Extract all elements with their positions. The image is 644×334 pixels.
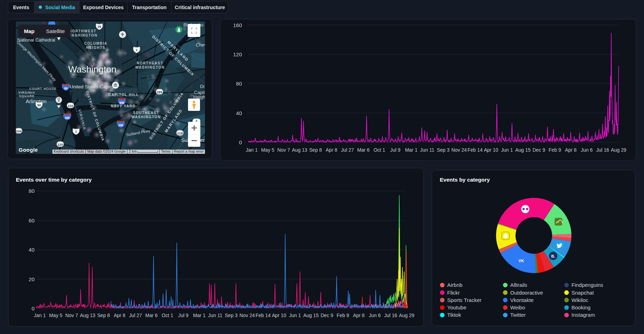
svg-text:160: 160 [233, 22, 242, 28]
svg-text:Aug 29: Aug 29 [611, 147, 626, 153]
svg-text:Di: Di [200, 84, 204, 89]
svg-text:Apr 8: Apr 8 [114, 313, 125, 318]
svg-text:Aug 15: Aug 15 [303, 313, 319, 318]
svg-text:Apr 10: Apr 10 [272, 313, 286, 318]
svg-text:Flickr: Flickr [447, 290, 460, 296]
svg-text:Instagram: Instagram [571, 312, 595, 318]
svg-text:SOUTHEAST: SOUTHEAST [133, 111, 159, 115]
svg-text:Dec 9: Dec 9 [320, 313, 333, 318]
svg-text:COURT HOUSE: COURT HOUSE [29, 87, 57, 90]
svg-text:Apr 10: Apr 10 [484, 147, 498, 153]
svg-text:WASHINGTON: WASHINGTON [135, 65, 165, 69]
svg-text:Feb 14: Feb 14 [256, 313, 271, 318]
svg-text:Feb 14: Feb 14 [468, 147, 483, 153]
svg-text:VK: VK [519, 259, 524, 263]
svg-text:110: 110 [68, 104, 73, 108]
svg-text:Aug 29: Aug 29 [399, 313, 414, 318]
svg-text:Sep 3: Sep 3 [437, 147, 450, 153]
svg-text:United States Capitol: United States Capitol [70, 84, 114, 89]
svg-text:Oct 1: Oct 1 [374, 147, 385, 153]
svg-text:1: 1 [136, 48, 137, 52]
svg-text:Aug 15: Aug 15 [515, 147, 531, 153]
svg-text:NORTHWEST: NORTHWEST [69, 29, 96, 33]
svg-text:Mar 1: Mar 1 [405, 147, 417, 153]
svg-text:29: 29 [98, 25, 101, 29]
svg-text:Apr 8: Apr 8 [565, 147, 577, 153]
svg-text:66: 66 [64, 87, 68, 90]
svg-text:Outdooractive: Outdooractive [510, 290, 543, 296]
svg-text:Snapchat: Snapchat [571, 290, 594, 296]
svg-text:Tiktok: Tiktok [447, 312, 461, 318]
svg-text:Youtube: Youtube [447, 304, 467, 310]
svg-text:Jan 1: Jan 1 [34, 313, 46, 318]
svg-text:1: 1 [75, 130, 77, 133]
svg-text:Jul 9: Jul 9 [178, 313, 188, 318]
svg-text:Cheve: Cheve [196, 42, 205, 48]
svg-text:Vkontakte: Vkontakte [510, 297, 534, 303]
svg-text:WASHINGTON: WASHINGTON [68, 33, 98, 37]
svg-text:Mar 6: Mar 6 [145, 313, 158, 318]
svg-text:Mar 6: Mar 6 [357, 147, 370, 153]
svg-text:May 5: May 5 [49, 313, 63, 318]
svg-text:Jun 1: Jun 1 [501, 147, 513, 153]
svg-text:244: 244 [16, 129, 22, 133]
svg-text:Feb 9: Feb 9 [337, 313, 349, 318]
svg-text:Apr 8: Apr 8 [353, 313, 365, 318]
svg-text:20: 20 [29, 276, 35, 282]
svg-text:Jul 9: Jul 9 [390, 147, 400, 153]
svg-text:Sep 8: Sep 8 [309, 147, 322, 153]
svg-text:Jul 27: Jul 27 [129, 313, 142, 318]
svg-text:Oct 1: Oct 1 [162, 313, 173, 318]
svg-text:295: 295 [118, 124, 123, 127]
svg-text:Jul 27: Jul 27 [341, 147, 354, 153]
svg-text:Jul 16: Jul 16 [596, 147, 609, 153]
svg-text:80: 80 [29, 188, 35, 194]
svg-text:295: 295 [157, 90, 163, 94]
svg-text:Jul 16: Jul 16 [384, 313, 397, 318]
svg-text:National Cathedral: National Cathedral [17, 37, 55, 43]
svg-text:60: 60 [29, 218, 35, 223]
svg-text:Dec 9: Dec 9 [532, 147, 545, 153]
svg-text:Nov 7: Nov 7 [65, 313, 78, 318]
svg-text:Nov 24: Nov 24 [239, 313, 255, 318]
svg-text:Jun 6: Jun 6 [369, 313, 381, 318]
svg-text:Washington: Washington [68, 64, 116, 75]
svg-text:May 5: May 5 [261, 147, 275, 153]
svg-text:395: 395 [65, 116, 70, 120]
svg-text:Nov 7: Nov 7 [277, 147, 290, 153]
svg-text:Jun 1: Jun 1 [289, 313, 301, 318]
svg-text:Aug 13: Aug 13 [292, 147, 307, 153]
svg-text:40: 40 [236, 110, 242, 116]
svg-text:Alltrails: Alltrails [510, 282, 527, 288]
svg-text:Jun 6: Jun 6 [581, 147, 593, 153]
svg-text:Twitter: Twitter [510, 312, 526, 318]
svg-text:Airbnb: Airbnb [447, 282, 462, 288]
svg-text:B.: B. [551, 254, 555, 258]
svg-text:0: 0 [239, 139, 242, 145]
svg-text:Feb 9: Feb 9 [549, 147, 561, 153]
svg-text:SQUARE: SQUARE [19, 94, 35, 98]
svg-text:Sports Tracker: Sports Tracker [447, 297, 482, 303]
svg-text:120: 120 [233, 51, 242, 57]
svg-text:Jun 11: Jun 11 [208, 313, 222, 318]
svg-text:0: 0 [32, 305, 35, 311]
svg-text:NAVY YARD: NAVY YARD [111, 104, 136, 108]
svg-text:Nov 24: Nov 24 [451, 147, 467, 153]
svg-text:40: 40 [29, 247, 35, 253]
svg-text:Sep 3: Sep 3 [225, 313, 238, 318]
svg-text:Aug 13: Aug 13 [80, 313, 95, 318]
svg-text:WASHINGTON: WASHINGTON [131, 115, 161, 119]
svg-text:695: 695 [119, 101, 124, 105]
svg-text:Booking: Booking [571, 304, 590, 310]
svg-text:Findpenguins: Findpenguins [571, 282, 603, 288]
svg-text:Jan 1: Jan 1 [246, 147, 258, 153]
svg-text:Mar 1: Mar 1 [193, 313, 205, 318]
svg-text:NORTHEAST: NORTHEAST [137, 61, 163, 65]
svg-text:218: 218 [177, 131, 183, 135]
svg-text:COLUMBIA: COLUMBIA [84, 42, 107, 45]
svg-text:er: er [200, 137, 205, 143]
svg-text:Jun 11: Jun 11 [420, 147, 434, 153]
svg-text:VIRGINIA: VIRGINIA [18, 91, 35, 94]
svg-text:CAPITOL HILL: CAPITOL HILL [108, 93, 139, 97]
svg-text:HEIGHTS: HEIGHTS [86, 46, 106, 50]
